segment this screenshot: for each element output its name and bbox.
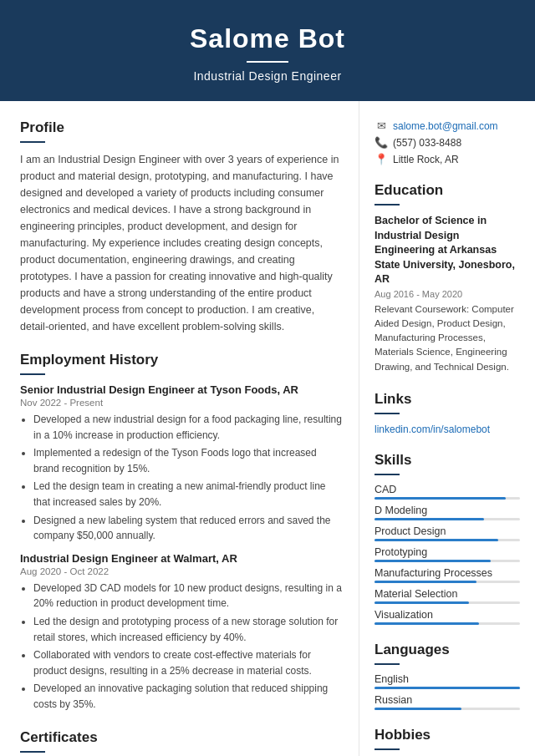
lang-name-0: English bbox=[374, 673, 520, 685]
languages-section-title: Languages bbox=[374, 642, 520, 658]
job-1-title: Industrial Design Engineer at Walmart, A… bbox=[20, 552, 342, 565]
employment-divider bbox=[20, 373, 45, 375]
languages-section: Languages English Russian bbox=[374, 642, 520, 710]
phone-icon: 📞 bbox=[374, 136, 388, 149]
right-column: ✉ salome.bot@gmail.com 📞 (557) 033-8488 … bbox=[359, 101, 535, 756]
job-0-bullet-3: Designed a new labeling system that redu… bbox=[33, 513, 342, 544]
edu-degree: Bachelor of Science in Industrial Design… bbox=[374, 214, 520, 287]
contact-section: ✉ salome.bot@gmail.com 📞 (557) 033-8488 … bbox=[374, 119, 520, 165]
edu-date: Aug 2016 - May 2020 bbox=[374, 289, 520, 299]
employment-section-title: Employment History bbox=[20, 352, 342, 368]
job-1-bullet-1: Led the design and prototyping process o… bbox=[33, 614, 342, 645]
linkedin-link[interactable]: linkedin.com/in/salomebot bbox=[374, 424, 490, 435]
contact-location-item: 📍 Little Rock, AR bbox=[374, 153, 520, 165]
skill-item-2: Product Design bbox=[374, 525, 520, 541]
contact-location: Little Rock, AR bbox=[393, 154, 459, 165]
skill-item-3: Prototyping bbox=[374, 546, 520, 562]
resume-header: Salome Bot Industrial Design Engineer bbox=[0, 0, 535, 101]
skill-bar-bg-0 bbox=[374, 497, 520, 500]
skill-bar-fill-2 bbox=[374, 539, 498, 541]
skills-section: Skills CAD D Modeling Product Design Pro… bbox=[374, 452, 520, 625]
location-icon: 📍 bbox=[374, 153, 388, 165]
job-0-bullets: Developed a new industrial design for a … bbox=[20, 412, 342, 544]
skill-item-0: CAD bbox=[374, 484, 520, 500]
contact-phone: (557) 033-8488 bbox=[393, 137, 461, 149]
skill-name-3: Prototyping bbox=[374, 546, 520, 558]
certificates-divider bbox=[20, 751, 45, 753]
certificates-section-title: Certificates bbox=[20, 729, 342, 746]
header-divider bbox=[247, 61, 288, 63]
lang-name-1: Russian bbox=[374, 694, 520, 706]
skill-bar-bg-1 bbox=[374, 518, 520, 520]
languages-divider bbox=[374, 663, 400, 665]
job-0-bullet-2: Led the design team in creating a new an… bbox=[33, 479, 342, 510]
skill-name-6: Visualization bbox=[374, 609, 520, 621]
contact-phone-item: 📞 (557) 033-8488 bbox=[374, 136, 520, 149]
header-title: Industrial Design Engineer bbox=[17, 69, 518, 83]
hobbies-section: Hobbies bbox=[374, 727, 520, 750]
job-0-date: Nov 2022 - Present bbox=[20, 398, 342, 408]
links-section-title: Links bbox=[374, 391, 520, 408]
skill-bar-bg-6 bbox=[374, 622, 520, 625]
job-1-bullet-2: Collaborated with vendors to create cost… bbox=[33, 647, 342, 678]
languages-container: English Russian bbox=[374, 673, 520, 710]
lang-item-1: Russian bbox=[374, 694, 520, 710]
job-0-bullet-0: Developed a new industrial design for a … bbox=[33, 412, 342, 443]
job-1-bullet-3: Developed an innovative packaging soluti… bbox=[33, 681, 342, 712]
lang-bar-bg-0 bbox=[374, 687, 520, 689]
lang-bar-fill-0 bbox=[374, 687, 520, 689]
job-0-title: Senior Industrial Design Engineer at Tys… bbox=[20, 383, 342, 396]
contact-email-item: ✉ salome.bot@gmail.com bbox=[374, 119, 520, 132]
lang-bar-bg-1 bbox=[374, 708, 520, 710]
job-0: Senior Industrial Design Engineer at Tys… bbox=[20, 383, 342, 544]
skill-bar-fill-1 bbox=[374, 518, 484, 520]
skills-divider bbox=[374, 474, 400, 475]
skill-item-6: Visualization bbox=[374, 609, 520, 625]
lang-bar-fill-1 bbox=[374, 708, 461, 710]
body-wrapper: Profile I am an Industrial Design Engine… bbox=[0, 101, 535, 756]
job-1-bullet-0: Developed 3D CAD models for 10 new produ… bbox=[33, 581, 342, 611]
skill-name-2: Product Design bbox=[374, 525, 520, 537]
skill-bar-fill-0 bbox=[374, 497, 506, 500]
employment-section: Employment History Senior Industrial Des… bbox=[20, 352, 342, 713]
profile-text: I am an Industrial Design Engineer with … bbox=[20, 151, 342, 335]
skill-name-1: D Modeling bbox=[374, 505, 520, 516]
header-name: Salome Bot bbox=[17, 23, 518, 54]
skill-name-5: Material Selection bbox=[374, 588, 520, 600]
skill-bar-fill-5 bbox=[374, 601, 469, 604]
lang-item-0: English bbox=[374, 673, 520, 689]
links-section: Links linkedin.com/in/salomebot bbox=[374, 391, 520, 435]
job-1-date: Aug 2020 - Oct 2022 bbox=[20, 566, 342, 576]
skill-bar-bg-4 bbox=[374, 581, 520, 583]
hobbies-section-title: Hobbies bbox=[374, 727, 520, 743]
left-column: Profile I am an Industrial Design Engine… bbox=[0, 101, 359, 756]
profile-section: Profile I am an Industrial Design Engine… bbox=[20, 119, 342, 335]
hobbies-divider bbox=[374, 748, 400, 750]
skill-bar-bg-2 bbox=[374, 539, 520, 541]
skills-section-title: Skills bbox=[374, 452, 520, 469]
skill-name-4: Manufacturing Processes bbox=[374, 567, 520, 579]
skill-name-0: CAD bbox=[374, 484, 520, 495]
certificates-section: Certificates Certified Professional in I… bbox=[20, 729, 342, 757]
skill-item-4: Manufacturing Processes bbox=[374, 567, 520, 583]
contact-email-link[interactable]: salome.bot@gmail.com bbox=[393, 120, 498, 132]
profile-section-title: Profile bbox=[20, 119, 342, 136]
skill-item-5: Material Selection bbox=[374, 588, 520, 604]
skill-bar-bg-3 bbox=[374, 560, 520, 562]
job-1: Industrial Design Engineer at Walmart, A… bbox=[20, 552, 342, 713]
profile-divider bbox=[20, 141, 45, 143]
skills-container: CAD D Modeling Product Design Prototypin… bbox=[374, 484, 520, 625]
skill-bar-fill-6 bbox=[374, 622, 479, 625]
email-icon: ✉ bbox=[374, 119, 388, 132]
education-section-title: Education bbox=[374, 182, 520, 199]
skill-bar-fill-3 bbox=[374, 560, 491, 562]
job-1-bullets: Developed 3D CAD models for 10 new produ… bbox=[20, 581, 342, 713]
education-section: Education Bachelor of Science in Industr… bbox=[374, 182, 520, 374]
job-0-bullet-1: Implemented a redesign of the Tyson Food… bbox=[33, 445, 342, 476]
links-divider bbox=[374, 413, 400, 414]
edu-coursework: Relevant Coursework: Computer Aided Desi… bbox=[374, 302, 520, 374]
education-divider bbox=[374, 204, 400, 205]
skill-bar-fill-4 bbox=[374, 581, 476, 583]
skill-bar-bg-5 bbox=[374, 601, 520, 604]
skill-item-1: D Modeling bbox=[374, 505, 520, 520]
